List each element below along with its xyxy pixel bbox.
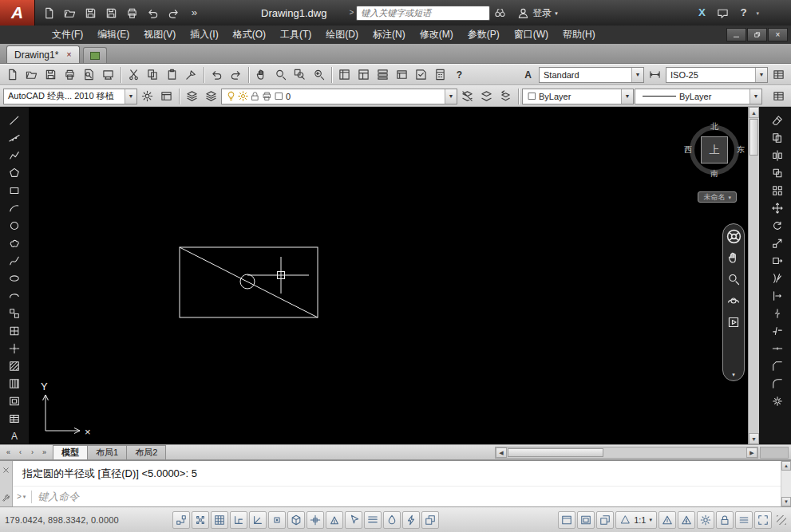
hscroll-thumb[interactable]: [508, 448, 603, 457]
view-name-pill[interactable]: 未命名 ▾: [698, 191, 737, 203]
layer-isolate-button[interactable]: [477, 88, 496, 105]
layer-previous-button[interactable]: [496, 88, 515, 105]
scroll-right-icon[interactable]: ▶: [746, 447, 757, 458]
status-ortho-button[interactable]: [230, 511, 247, 529]
qat-open-button[interactable]: [60, 3, 80, 23]
chevron-down-icon[interactable]: ▼: [125, 89, 136, 104]
draw-arc-button[interactable]: [6, 199, 23, 216]
app-menu-button[interactable]: A: [0, 0, 35, 26]
status-infer-button[interactable]: [172, 511, 190, 529]
status-osnap-button[interactable]: [268, 511, 286, 529]
tb-new-button[interactable]: [3, 66, 22, 84]
layer-freeze-icon[interactable]: [238, 91, 248, 101]
exchange-apps-button[interactable]: X: [694, 3, 710, 23]
text-style-button[interactable]: A: [519, 66, 537, 84]
layer-combo[interactable]: 0 ▼: [221, 89, 457, 104]
qat-redo-button[interactable]: [164, 3, 184, 23]
layer-off-button[interactable]: [458, 88, 477, 105]
viewcube[interactable]: 上 北 南 西 东: [687, 123, 742, 177]
tb-markup-button[interactable]: [412, 66, 430, 84]
quick-view-layouts-button[interactable]: [577, 511, 595, 529]
modify-explode-button[interactable]: [769, 392, 786, 409]
canvas-hscrollbar[interactable]: ◀ ▶: [495, 447, 758, 459]
draw-spline-button[interactable]: [6, 252, 23, 269]
qat-print-button[interactable]: [122, 3, 142, 23]
layer-plot-icon[interactable]: [262, 91, 272, 101]
draw-make-block-button[interactable]: [6, 322, 23, 339]
status-ducs-button[interactable]: [326, 511, 343, 529]
tab-model[interactable]: 模型: [53, 445, 88, 459]
draw-xline-button[interactable]: [6, 129, 23, 146]
tb-matchprop-button[interactable]: [182, 66, 200, 84]
chevron-down-icon[interactable]: ▼: [621, 89, 633, 104]
scroll-up-icon[interactable]: ▲: [781, 461, 791, 471]
search-input[interactable]: [356, 6, 490, 21]
modify-break-button[interactable]: [769, 322, 786, 339]
tb-zoom-realtime-button[interactable]: [271, 66, 290, 84]
annotation-autoscale-button[interactable]: [678, 511, 695, 529]
resize-grip[interactable]: [777, 515, 786, 525]
tb-quickcalc-button[interactable]: [431, 66, 449, 84]
status-menu-button[interactable]: [735, 511, 753, 529]
tab-layout2[interactable]: 布局2: [126, 445, 166, 459]
layer-color-swatch[interactable]: [274, 91, 284, 101]
draw-polygon-button[interactable]: [6, 164, 23, 181]
draw-revcloud-button[interactable]: [6, 234, 23, 251]
draw-line-button[interactable]: [6, 112, 23, 128]
tb-help-button[interactable]: ?: [450, 66, 469, 84]
nav-showmotion-button[interactable]: [726, 314, 742, 330]
help-chevron-icon[interactable]: ▾: [756, 10, 759, 16]
tb-zoom-previous-button[interactable]: [310, 66, 328, 84]
status-grid-button[interactable]: [211, 511, 228, 529]
draw-hatch-button[interactable]: [6, 357, 23, 374]
restore-button[interactable]: [747, 28, 767, 41]
draw-rectangle-button[interactable]: [6, 182, 23, 199]
status-selectioncycling-button[interactable]: [421, 511, 439, 529]
chevron-down-icon[interactable]: ▼: [749, 89, 761, 104]
menu-modify[interactable]: 修改(M): [413, 26, 461, 44]
status-otrack-button[interactable]: [307, 511, 324, 529]
menu-help[interactable]: 帮助(H): [556, 26, 603, 44]
menu-window[interactable]: 窗口(W): [507, 26, 556, 44]
command-input-placeholder[interactable]: 键入命令: [38, 490, 79, 504]
draw-region-button[interactable]: [6, 392, 23, 409]
color-combo[interactable]: ByLayer ▼: [522, 89, 634, 104]
qat-overflow-button[interactable]: »: [184, 3, 204, 23]
menu-draw[interactable]: 绘图(D): [318, 26, 366, 44]
modify-rotate-button[interactable]: [769, 217, 786, 234]
status-transparency-button[interactable]: [383, 511, 401, 529]
tb-redo-button[interactable]: [227, 66, 245, 84]
binoculars-icon[interactable]: [494, 7, 506, 19]
status-dyn-button[interactable]: [345, 511, 362, 529]
file-tab-drawing1[interactable]: Drawing1* ×: [6, 45, 80, 63]
status-polar-button[interactable]: [249, 511, 267, 529]
viewcube-top-face[interactable]: 上: [701, 136, 728, 164]
qat-save-button[interactable]: [81, 3, 101, 23]
tb-sheetset-button[interactable]: [393, 66, 411, 84]
status-lwt-button[interactable]: [364, 511, 382, 529]
workspace-settings-button[interactable]: [138, 88, 156, 105]
scroll-left-icon[interactable]: ◀: [496, 447, 507, 458]
chevron-down-icon[interactable]: ▼: [631, 68, 643, 82]
nav-orbit-button[interactable]: [726, 293, 742, 309]
tab-layout1[interactable]: 布局1: [87, 445, 127, 459]
drawing-canvas[interactable]: Y× 上 北 南 西 东 未命名 ▾ ▾: [29, 107, 748, 444]
tb-properties-button[interactable]: [335, 66, 354, 84]
scroll-down-icon[interactable]: ▼: [749, 433, 759, 444]
menu-tools[interactable]: 工具(T): [273, 26, 318, 44]
nav-pan-button[interactable]: [726, 250, 742, 266]
layer-lock-icon[interactable]: [250, 91, 260, 101]
dim-style-combo[interactable]: ISO-25▼: [666, 67, 768, 83]
close-button[interactable]: ×: [768, 28, 788, 41]
dim-style-button[interactable]: [646, 66, 664, 84]
steering-wheel-button[interactable]: [726, 228, 742, 244]
draw-point-button[interactable]: [6, 340, 23, 357]
menu-file[interactable]: 文件(F): [45, 26, 90, 44]
communication-center-button[interactable]: [714, 3, 730, 23]
modify-erase-button[interactable]: [769, 112, 786, 128]
viewcube-south-label[interactable]: 南: [710, 168, 718, 179]
clean-screen-button[interactable]: [754, 511, 772, 529]
draw-ellipse-button[interactable]: [6, 270, 23, 286]
canvas-vscrollbar[interactable]: ▲ ▼: [748, 107, 759, 444]
nav-zoom-button[interactable]: [726, 271, 742, 287]
